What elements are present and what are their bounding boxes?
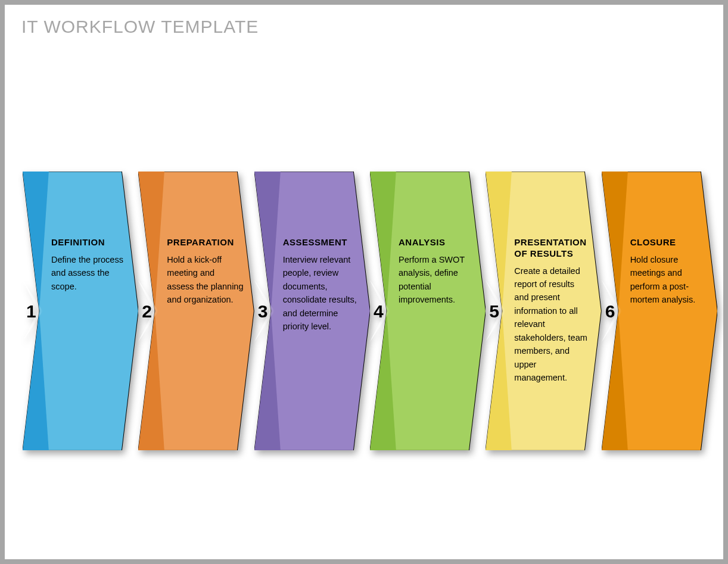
step-description: Interview relevant people, review docume… — [283, 253, 359, 334]
chevron-icon — [23, 172, 138, 450]
workflow-step: 4 ANALYSIS Perform a SWOT analysis, defi… — [370, 172, 486, 451]
step-content: ASSESSMENT Interview relevant people, re… — [283, 237, 359, 334]
step-title: ANALYSIS — [399, 237, 475, 248]
workflow-step: 5 PRESENTATION OF RESULTS Create a detai… — [486, 172, 601, 451]
page: IT WORKFLOW TEMPLATE 1 DEFINITION Define… — [5, 5, 723, 559]
step-content: PREPARATION Hold a kick-off meeting and … — [167, 237, 243, 307]
step-number: 1 — [26, 301, 36, 322]
step-description: Define the process and assess the scope. — [51, 253, 127, 293]
workflow-step: 3 ASSESSMENT Interview relevant people, … — [254, 172, 370, 451]
step-description: Perform a SWOT analysis, define potentia… — [399, 253, 475, 307]
workflow-step: 2 PREPARATION Hold a kick-off meeting an… — [138, 172, 254, 451]
step-content: ANALYSIS Perform a SWOT analysis, define… — [399, 237, 475, 307]
step-number: 6 — [605, 301, 615, 322]
step-content: PRESENTATION OF RESULTS Create a detaile… — [514, 237, 590, 385]
step-title: PRESENTATION OF RESULTS — [514, 237, 590, 260]
step-number: 2 — [142, 301, 152, 322]
chevron-icon — [602, 172, 717, 450]
workflow-row: 1 DEFINITION Define the process and asse… — [23, 172, 717, 451]
step-number: 4 — [374, 301, 384, 322]
step-number: 3 — [258, 301, 268, 322]
page-title: IT WORKFLOW TEMPLATE — [21, 17, 259, 37]
workflow-step: 1 DEFINITION Define the process and asse… — [23, 172, 138, 451]
step-content: DEFINITION Define the process and assess… — [51, 237, 127, 293]
step-description: Create a detailed report of results and … — [514, 264, 590, 385]
chevron-icon — [370, 172, 486, 450]
step-number: 5 — [489, 301, 499, 322]
step-title: DEFINITION — [51, 237, 127, 248]
workflow-step: 6 CLOSURE Hold closure meetings and perf… — [602, 172, 717, 451]
step-title: CLOSURE — [630, 237, 707, 248]
step-title: ASSESSMENT — [283, 237, 359, 248]
step-description: Hold closure meetings and perform a post… — [630, 253, 707, 307]
step-description: Hold a kick-off meeting and assess the p… — [167, 253, 243, 307]
step-title: PREPARATION — [167, 237, 243, 248]
chevron-icon — [138, 172, 254, 450]
step-content: CLOSURE Hold closure meetings and perfor… — [630, 237, 707, 307]
